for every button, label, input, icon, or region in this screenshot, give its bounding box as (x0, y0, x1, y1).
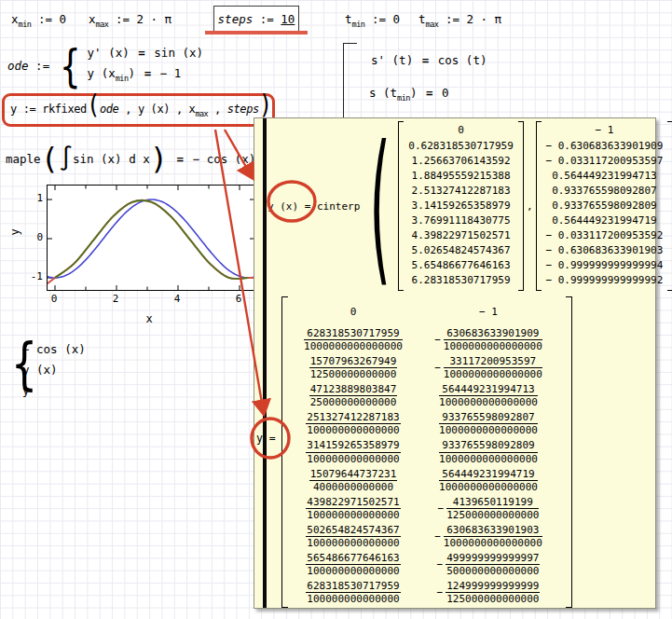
open-paren: ( (363, 131, 395, 280)
ytick-neg1: -1 (28, 270, 43, 282)
vector-value: − 0.999999999999994 (546, 258, 664, 273)
vector-value: 1.25663706143592 (408, 154, 514, 169)
vector-value: 1.88495559215388 (408, 169, 514, 184)
vector-value: 0.933765598092807 (546, 184, 664, 199)
vector-value: 6.28318530717959 (408, 273, 514, 288)
cinterp-fn: cinterp (317, 200, 360, 213)
matrix-cell: 0 (292, 306, 415, 318)
steps-value: 10 (281, 12, 295, 26)
matrix-cell: −6306836339019091000000000000000 (415, 327, 562, 352)
rkfixed-fn: rkfixed (42, 103, 87, 116)
legend-item-yx: y (x) (22, 363, 58, 377)
matrix-cell: 314159265358979100000000000000 (292, 439, 415, 464)
matrix-row: 502654824574367100000000000000−630683633… (292, 523, 562, 551)
curly-brace: { (60, 44, 80, 89)
y-axis-label: y (8, 228, 21, 235)
matrix-cell: −499999999999997500000000000000 (415, 552, 562, 577)
matrix-cell: 1570796326794912500000000000 (292, 355, 415, 380)
plot-canvas (48, 186, 254, 290)
matrix-row: 6283185307179591000000000000000−63068363… (292, 325, 562, 353)
matrix-row: 1507964473723140000000000005644492319947… (292, 466, 562, 494)
def-s-initial[interactable]: s (tmin) = 0 (369, 86, 449, 103)
x-vector: 00.6283185307179591.256637061435921.8849… (398, 121, 524, 290)
ytick-1: 1 (28, 192, 43, 204)
curve--cos(x) (48, 199, 254, 278)
matrix-cell: 4712388980384725000000000000 (292, 383, 415, 408)
matrix-cell: 5644492319947131000000000000000 (415, 383, 562, 408)
matrix-cell: − 1 (415, 306, 562, 318)
vector-value: 3.14159265358979 (408, 199, 514, 213)
matrix-cell: −4139650119199125000000000000 (415, 496, 562, 521)
matrix-cell: 251327412287183100000000000000 (292, 411, 415, 436)
matrix-row: 2513274122871831000000000000009337655980… (292, 410, 562, 438)
vector-value: 0 (408, 123, 514, 138)
matrix-row: 565486677646163100000000000000−499999999… (292, 551, 562, 579)
cinterp-expression[interactable]: y (x) = cinterp ( 00.6283185307179591.25… (267, 120, 672, 292)
xy-plot[interactable] (47, 185, 255, 291)
matrix-cell: 565486677646163100000000000000 (292, 552, 415, 577)
matrix-row: 4712388980384725000000000000564449231994… (292, 382, 562, 410)
ytick-0: 0 (28, 231, 43, 243)
vector-value: 0.564449231994713 (546, 169, 664, 184)
def-maple-integral[interactable]: maple ( ∫ sin (x) d x ) = − cos (x) (6, 140, 255, 177)
legend-item-cos: − cos (x) (22, 342, 86, 356)
vector-value: − 1 (546, 123, 664, 138)
vector-value: − 0.999999999999992 (546, 273, 664, 288)
vector-value: − 0.630683633901903 (546, 243, 664, 258)
matrix-cell: 5644492319947191000000000000000 (415, 468, 562, 493)
vector-value: − 0.630683633901909 (546, 139, 664, 154)
def-xmin[interactable]: xmin := 0 (11, 12, 66, 29)
matrix-cell: 6283185307179591000000000000000 (292, 327, 415, 352)
matrix-cell: −6306836339019031000000000000000 (415, 524, 562, 549)
matrix-cell: 150796447372314000000000000 (292, 468, 415, 493)
steps-name: steps (218, 12, 254, 26)
vector-value: 5.65486677646163 (408, 258, 514, 273)
matrix-row: 1570796326794912500000000000−33117200953… (292, 353, 562, 381)
vector-value: 2.51327412287183 (408, 184, 514, 199)
result-matrix[interactable]: 0− 16283185307179591000000000000000−6306… (281, 296, 572, 608)
matrix-row: 628318530717959100000000000000−124999999… (292, 579, 562, 607)
vector-value: − 0.033117200953592 (546, 228, 664, 243)
curve-y (55, 200, 248, 279)
xtick-4: 4 (168, 293, 186, 305)
matrix-cell: −331172009535971000000000000000 (415, 355, 562, 380)
matrix-cell: 628318530717959100000000000000 (292, 580, 415, 605)
vector-value: 0.933765598092809 (546, 199, 664, 213)
result-lhs: y = (256, 432, 276, 445)
y-vector: − 1− 0.630683633901909− 0.03311720095359… (536, 121, 672, 290)
matrix-row: 3141592653589791000000000000009337655980… (292, 438, 562, 466)
matrix-cell: −124999999999999125000000000000 (415, 580, 562, 605)
def-xmax[interactable]: xmax := 2 · π (89, 12, 171, 29)
def-rkfixed-highlight[interactable]: y := rkfixed(ode , y (x) , xmax , steps) (2, 93, 275, 127)
xtick-0: 0 (45, 293, 63, 305)
def-s-prime[interactable]: s' (t) = cos (t) (371, 53, 487, 67)
xtick-2: 2 (106, 293, 125, 305)
def-tmax[interactable]: tmax := 2 · π (418, 12, 501, 29)
vector-value: 0.564449231994719 (546, 213, 664, 228)
vector-value: 3.76991118430775 (408, 213, 514, 228)
xtick-6: 6 (229, 293, 248, 305)
vector-value: − 0.033117200953597 (546, 154, 664, 169)
vector-value: 4.39822971502571 (408, 228, 514, 243)
steps-red-underline (205, 31, 308, 34)
matrix-cell: 9337655980928071000000000000000 (415, 411, 562, 436)
def-steps-box[interactable]: steps := 10 (213, 6, 299, 32)
vector-value: 0.628318530717959 (408, 139, 514, 154)
matrix-cell: 502654824574367100000000000000 (292, 524, 415, 549)
vector-value: 5.02654824574367 (408, 243, 514, 258)
legend-item-y: y (22, 383, 30, 397)
matrix-row: 0− 1 (292, 297, 562, 325)
matrix-cell: 439822971502571100000000000000 (292, 496, 415, 521)
matrix-cell: 9337655980928091000000000000000 (415, 439, 562, 464)
curve-y(x) (48, 200, 254, 283)
def-tmin[interactable]: tmin := 0 (345, 12, 400, 29)
def-ode-system[interactable]: ode := { y' (x) = sin (x) y (xmin) = − 1 (7, 43, 203, 89)
matrix-row: 439822971502571100000000000000−413965011… (292, 494, 562, 522)
x-axis-label: x (140, 312, 158, 325)
panel-left-bar (263, 118, 267, 608)
cinterp-lhs: y (x) (267, 200, 298, 213)
region-bracket (343, 43, 357, 118)
